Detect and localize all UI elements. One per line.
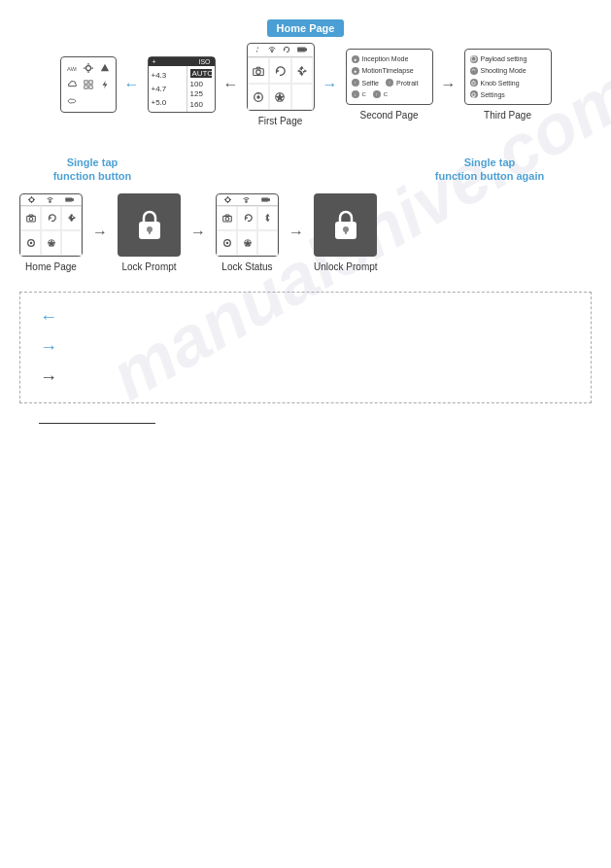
iso-val-3: +5.0 [152, 98, 184, 107]
iso-val-2: +4.7 [152, 85, 184, 93]
iso-values-left: +4.3 +4.7 +5.0 [149, 66, 187, 112]
svg-rect-14 [306, 49, 307, 51]
icon-lightning [97, 77, 113, 92]
svg-marker-67 [264, 218, 269, 223]
lock-home-top [20, 194, 82, 206]
svg-point-17 [256, 69, 261, 74]
lock-home-cell-6 [61, 230, 82, 256]
third-item-3: Knob Setting [481, 80, 520, 87]
svg-rect-10 [88, 86, 91, 88]
lock-prompt-label: Lock Prompt [121, 261, 176, 272]
lock-home-item: Home Page [19, 193, 83, 272]
legend-arrow-fwd: → [40, 337, 57, 358]
icon-fish [64, 93, 80, 109]
lock-home-cell-1 [20, 206, 41, 231]
lock-prompt-box [118, 193, 181, 257]
hp-icon-refresh [283, 46, 290, 54]
ls-cell-4 [217, 230, 237, 256]
iso-125: 125 [190, 89, 212, 98]
second-row-3: ↑ Selfie ↑ Protrait [352, 79, 427, 87]
hp-cell-empty [291, 84, 314, 110]
single-tap-label-1: Single tapfunction button [49, 156, 136, 184]
hp-icon-wifi [268, 46, 276, 54]
unlock-prompt-label: Unlock Prompt [314, 261, 378, 272]
unlock-prompt-box [314, 193, 377, 257]
lock-home-cell-5 [41, 230, 61, 256]
legend-arrow-back: ← [40, 307, 57, 328]
ls-cell-5 [237, 230, 257, 256]
second-page-label: Second Page [359, 110, 418, 121]
dot-icon-1: ● [352, 55, 359, 63]
third-dot-3 [470, 79, 478, 87]
icon-grid [81, 77, 96, 92]
lock-prompt-item: Lock Prompt [118, 193, 181, 272]
iso-val-1: +4.3 [152, 71, 184, 80]
svg-rect-62 [268, 198, 269, 200]
home-panel-top [248, 44, 314, 57]
svg-marker-11 [102, 81, 107, 88]
icon-mountain [97, 60, 113, 76]
icon-sun [81, 60, 96, 76]
ls-cell-1 [217, 206, 237, 231]
lock-status-top [217, 194, 278, 206]
svg-marker-18 [299, 65, 304, 69]
iso-body: +4.3 +4.7 +5.0 AUTO 100 125 160 [149, 66, 215, 112]
svg-point-55 [225, 197, 229, 201]
second-panel: ● Inception Mode ● MotionTimelapse ↑ Sel… [346, 49, 433, 105]
second-item-1: Inception Mode [362, 55, 409, 62]
home-page-label: Home Page [267, 19, 345, 37]
pages-row: AWB [60, 43, 552, 126]
hp-cell-dial [248, 84, 270, 110]
first-page-label: First Page [258, 116, 303, 126]
second-row-1: ● Inception Mode [352, 55, 427, 63]
ls-cell-6 [257, 230, 278, 256]
iso-header-plus: + [153, 58, 156, 65]
lock-status-item: Lock Status [216, 193, 279, 272]
lock-arrow-3: → [289, 224, 304, 241]
svg-rect-15 [298, 49, 305, 52]
home-panel [247, 43, 315, 111]
icon-cloud [64, 77, 80, 92]
hp-cell-star [269, 84, 291, 110]
svg-text:AWB: AWB [67, 66, 77, 72]
lock-status-panel [216, 193, 279, 257]
lock-home-cell-3 [61, 206, 82, 231]
legend-row-2: → [40, 337, 571, 358]
third-panel: Payload setting Shooting Mode Knob Setti… [464, 49, 552, 105]
second-item-3b: Protrait [396, 80, 419, 87]
arrow-left-black: ← [223, 76, 239, 93]
third-row-4: Settings [470, 90, 546, 98]
iso-160: 160 [190, 100, 212, 109]
svg-point-23 [256, 95, 259, 98]
lock-arrow-1: → [92, 224, 108, 241]
svg-rect-63 [262, 198, 268, 200]
svg-rect-40 [72, 198, 73, 200]
svg-point-30 [472, 93, 476, 97]
third-panel-item: Payload setting Shooting Mode Knob Setti… [464, 49, 552, 121]
hp-cell-rotate [269, 57, 291, 84]
third-dot-4 [470, 90, 478, 98]
icon-awb: AWB [64, 60, 80, 76]
svg-point-49 [29, 242, 32, 245]
svg-point-33 [29, 197, 33, 201]
dot-icon-5: ↑ [373, 90, 381, 98]
dot-icon-3: ↑ [352, 79, 359, 87]
ls-cell-3 [257, 206, 278, 231]
arrow-right-black: → [441, 76, 457, 93]
second-item-3: Selfie [362, 80, 380, 87]
third-row-1: Payload setting [470, 55, 546, 63]
svg-rect-7 [84, 81, 86, 84]
lock-home-cell-2 [41, 206, 61, 231]
third-item-1: Payload setting [481, 55, 527, 62]
svg-rect-41 [66, 198, 72, 200]
svg-point-27 [471, 56, 476, 61]
lock-section: Single tapfunction button Single tapfunc… [19, 156, 592, 272]
second-item-c: C [362, 91, 366, 97]
svg-marker-21 [303, 69, 307, 72]
iso-header-label: ISO [198, 58, 210, 65]
svg-point-12 [271, 51, 272, 52]
legend-section: ← → → [19, 292, 592, 403]
iso-100: 100 [190, 80, 212, 88]
iso-values-right: AUTO 100 125 160 [187, 66, 215, 112]
third-dot-2 [470, 67, 478, 75]
